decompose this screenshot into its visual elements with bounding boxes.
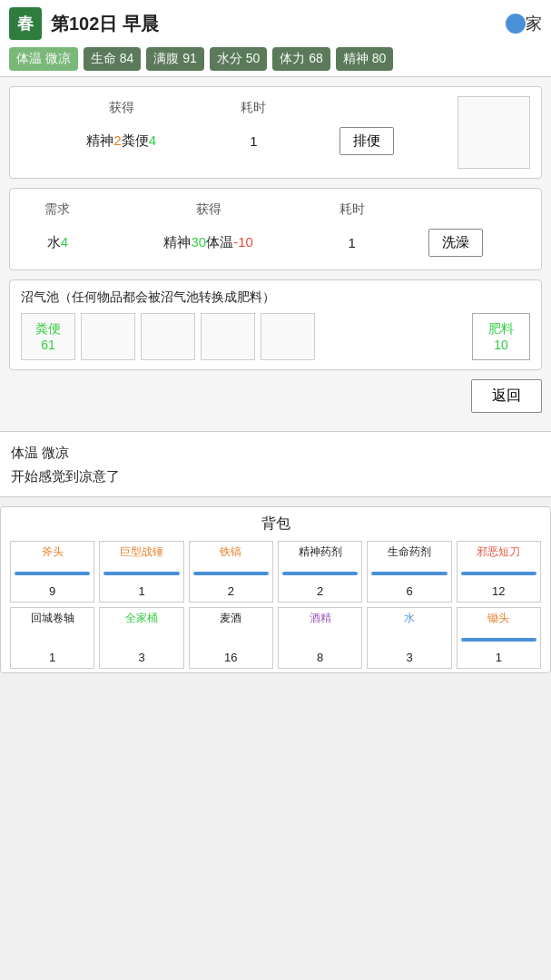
item-qty: 3 [406, 651, 412, 664]
status-line2: 开始感觉到凉意了 [11, 465, 540, 488]
output-name: 肥料 [488, 321, 514, 338]
item-qty: 9 [49, 584, 55, 598]
stat-badge: 体力 68 [272, 47, 330, 71]
backpack-item[interactable]: 水 3 [367, 607, 451, 669]
action-card-xizao: 需求 获得 耗时 水4 精神30体温-10 1 洗澡 [9, 188, 542, 270]
gain-cell-xizao: 精神30体温-10 [94, 225, 323, 260]
item-qty: 6 [406, 584, 412, 598]
item-name: 水 [404, 612, 415, 626]
stat-badge: 体温 微凉 [9, 47, 78, 71]
gain-cell-paibian: 精神2粪便4 [21, 123, 221, 159]
output-qty: 10 [494, 338, 508, 352]
backpack-item[interactable]: 精神药剂 2 [278, 541, 362, 603]
paibian-button[interactable]: 排便 [339, 127, 394, 155]
gain-val-jingshen: 2 [113, 132, 121, 148]
stat-badge: 水分 50 [210, 47, 267, 71]
biogas-output: 肥料 10 [472, 313, 530, 360]
col-time-label2: 耗时 [323, 198, 381, 225]
item-qty: 3 [138, 651, 144, 664]
item-qty: 16 [224, 651, 237, 664]
home-label: 家 [526, 13, 542, 34]
item-name: 锄头 [487, 612, 509, 626]
col-gain-label: 获得 [21, 96, 221, 123]
stat-badge: 生命 84 [84, 47, 141, 71]
biogas-title: 沼气池（任何物品都会被沼气池转换成肥料） [21, 289, 530, 306]
item-qty: 1 [138, 584, 144, 598]
need-cell-xizao: 水4 [21, 225, 94, 260]
item-durability-bar [461, 572, 536, 575]
season-badge: 春 [9, 7, 42, 40]
backpack-grid: 斧头 9 巨型战锤 1 铁镐 2 精神药剂 2 生命药剂 6 邪恶短刀 12 回… [10, 541, 541, 669]
action-image-paibian [458, 96, 530, 169]
return-button[interactable]: 返回 [471, 379, 542, 413]
item-durability-bar [282, 572, 358, 575]
need-val-shui: 4 [61, 234, 68, 250]
item-durability-bar [371, 572, 447, 575]
item-name: 精神药剂 [299, 545, 342, 560]
backpack-item[interactable]: 邪恶短刀 12 [457, 541, 541, 603]
item-durability-bar [103, 572, 179, 575]
backpack-item[interactable]: 铁镐 2 [189, 541, 273, 603]
biogas-slot[interactable] [201, 313, 255, 360]
item-qty: 2 [228, 584, 234, 598]
backpack-item[interactable]: 斧头 9 [10, 541, 94, 603]
return-row: 返回 [9, 379, 542, 413]
backpack-card: 背包 斧头 9 巨型战锤 1 铁镐 2 精神药剂 2 生命药剂 6 邪恶短刀 1… [0, 506, 551, 673]
item-durability-bar [193, 572, 269, 575]
gain-text-tw: 体温 [206, 234, 233, 250]
item-durability-bar [15, 572, 90, 575]
biogas-row: 粪便61 肥料 10 [21, 313, 530, 360]
biogas-slot[interactable] [141, 313, 195, 360]
xizao-button[interactable]: 洗澡 [428, 229, 483, 257]
need-text-shui: 水 [47, 234, 61, 250]
item-name: 麦酒 [220, 612, 241, 626]
main-content: 获得 耗时 精神2粪便4 1 排便 [0, 77, 551, 431]
stat-badge: 精神 80 [336, 47, 393, 71]
item-qty: 1 [496, 651, 502, 664]
item-qty: 1 [49, 651, 55, 664]
status-text: 体温 微凉 开始感觉到凉意了 [0, 431, 551, 497]
backpack-item[interactable]: 锄头 1 [457, 607, 541, 669]
item-name: 巨型战锤 [120, 545, 163, 560]
item-name: 铁镐 [220, 545, 241, 560]
biogas-card: 沼气池（任何物品都会被沼气池转换成肥料） 粪便61 肥料 10 [9, 279, 542, 370]
item-name: 邪恶短刀 [477, 545, 520, 560]
backpack-item[interactable]: 巨型战锤 1 [99, 541, 183, 603]
gain-text-jingshen: 精神 [86, 132, 113, 148]
gain-val-js: 30 [191, 234, 206, 250]
backpack-item[interactable]: 酒精 8 [278, 607, 362, 669]
biogas-slot[interactable] [261, 313, 315, 360]
stat-badge: 满腹 91 [146, 47, 203, 71]
gain-val-fenbian: 4 [149, 132, 156, 148]
status-dot [506, 14, 526, 34]
backpack-item[interactable]: 麦酒 16 [189, 607, 273, 669]
backpack-title: 背包 [10, 514, 541, 534]
item-name: 酒精 [310, 612, 331, 626]
day-title: 第102日 早晨 [51, 12, 497, 36]
biogas-slots: 粪便61 [21, 313, 465, 360]
status-line1: 体温 微凉 [11, 441, 540, 465]
item-name: 斧头 [42, 545, 64, 560]
col-time-label: 耗时 [221, 96, 285, 123]
item-qty: 2 [317, 584, 323, 598]
item-name: 回城卷轴 [31, 612, 74, 626]
top-row: 春 第102日 早晨 家 [9, 7, 542, 40]
gain-val-tw: -10 [233, 234, 253, 250]
action-card-paibian: 获得 耗时 精神2粪便4 1 排便 [9, 86, 542, 179]
gain-text-fenbian: 粪便 [122, 132, 149, 148]
stats-row: 体温 微凉生命 84满腹 91水分 50体力 68精神 80 [9, 47, 542, 71]
item-qty: 12 [492, 584, 505, 598]
backpack-item[interactable]: 全家桶 3 [99, 607, 183, 669]
biogas-slot[interactable]: 粪便61 [21, 313, 75, 360]
top-bar: 春 第102日 早晨 家 体温 微凉生命 84满腹 91水分 50体力 68精神… [0, 0, 551, 77]
item-name: 全家桶 [125, 612, 158, 626]
item-qty: 8 [317, 651, 323, 664]
biogas-slot[interactable] [81, 313, 135, 360]
item-name: 生命药剂 [388, 545, 431, 560]
gain-text-js: 精神 [163, 234, 191, 250]
time-cell-xizao: 1 [323, 225, 381, 260]
col-gain-label2: 获得 [94, 198, 323, 225]
time-cell-paibian: 1 [221, 123, 285, 159]
backpack-item[interactable]: 回城卷轴 1 [10, 607, 94, 669]
backpack-item[interactable]: 生命药剂 6 [367, 541, 451, 603]
